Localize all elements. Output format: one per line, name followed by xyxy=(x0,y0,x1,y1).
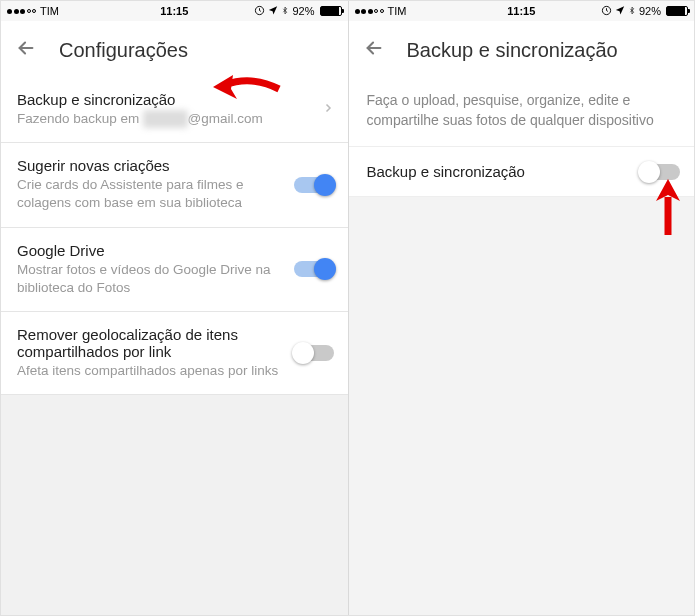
row-subtitle: Fazendo backup em xxxxxx@gmail.com xyxy=(17,110,332,128)
back-button[interactable] xyxy=(363,37,385,63)
backup-sync-toggle[interactable] xyxy=(640,164,680,180)
sub-suffix: @gmail.com xyxy=(188,111,263,126)
google-drive-toggle[interactable] xyxy=(294,261,334,277)
status-left: TIM xyxy=(7,5,59,17)
page-title: Configurações xyxy=(59,39,188,62)
row-subtitle: Mostrar fotos e vídeos do Google Drive n… xyxy=(17,261,332,297)
sub-prefix: Fazendo backup em xyxy=(17,111,143,126)
bluetooth-icon xyxy=(281,5,289,18)
phone-right: TIM 11:15 92% Backup e sincronização Faç… xyxy=(348,1,695,615)
backup-sync-toggle-row[interactable]: Backup e sincronização xyxy=(349,146,695,197)
battery-pct-label: 92% xyxy=(639,5,661,17)
settings-list: Backup e sincronização Fazendo backup em… xyxy=(1,77,348,615)
suggest-creations-toggle[interactable] xyxy=(294,177,334,193)
status-left: TIM xyxy=(355,5,407,17)
rotation-lock-icon xyxy=(601,5,612,18)
signal-dots-icon xyxy=(7,9,36,14)
bluetooth-icon xyxy=(628,5,636,18)
row-title: Backup e sincronização xyxy=(367,163,677,180)
page-title: Backup e sincronização xyxy=(407,39,618,62)
carrier-label: TIM xyxy=(40,5,59,17)
status-bar: TIM 11:15 92% xyxy=(349,1,695,21)
carrier-label: TIM xyxy=(388,5,407,17)
empty-area xyxy=(349,197,695,615)
location-icon xyxy=(268,5,278,17)
remove-geo-row[interactable]: Remover geolocalização de itens comparti… xyxy=(1,312,348,395)
app-header: Configurações xyxy=(1,21,348,77)
suggest-creations-row[interactable]: Sugerir novas criações Crie cards do Ass… xyxy=(1,143,348,227)
signal-dots-icon xyxy=(355,9,384,14)
row-subtitle: Crie cards do Assistente para filmes e c… xyxy=(17,176,332,212)
redacted-email-user: xxxxxx xyxy=(143,110,188,128)
chevron-right-icon xyxy=(322,99,334,121)
back-button[interactable] xyxy=(15,37,37,63)
backup-description: Faça o upload, pesquise, organize, edite… xyxy=(349,77,695,146)
battery-icon xyxy=(320,6,342,16)
battery-icon xyxy=(666,6,688,16)
row-title: Backup e sincronização xyxy=(17,91,332,108)
remove-geo-toggle[interactable] xyxy=(294,345,334,361)
status-right: 92% xyxy=(601,5,688,18)
row-title: Google Drive xyxy=(17,242,332,259)
status-right: 92% xyxy=(254,5,341,18)
row-title: Remover geolocalização de itens comparti… xyxy=(17,326,332,360)
battery-pct-label: 92% xyxy=(292,5,314,17)
rotation-lock-icon xyxy=(254,5,265,18)
backup-sync-row[interactable]: Backup e sincronização Fazendo backup em… xyxy=(1,77,348,143)
app-header: Backup e sincronização xyxy=(349,21,695,77)
status-bar: TIM 11:15 92% xyxy=(1,1,348,21)
row-subtitle: Afeta itens compartilhados apenas por li… xyxy=(17,362,332,380)
location-icon xyxy=(615,5,625,17)
phone-left: TIM 11:15 92% Configurações Backup e sin… xyxy=(1,1,348,615)
row-title: Sugerir novas criações xyxy=(17,157,332,174)
google-drive-row[interactable]: Google Drive Mostrar fotos e vídeos do G… xyxy=(1,228,348,312)
